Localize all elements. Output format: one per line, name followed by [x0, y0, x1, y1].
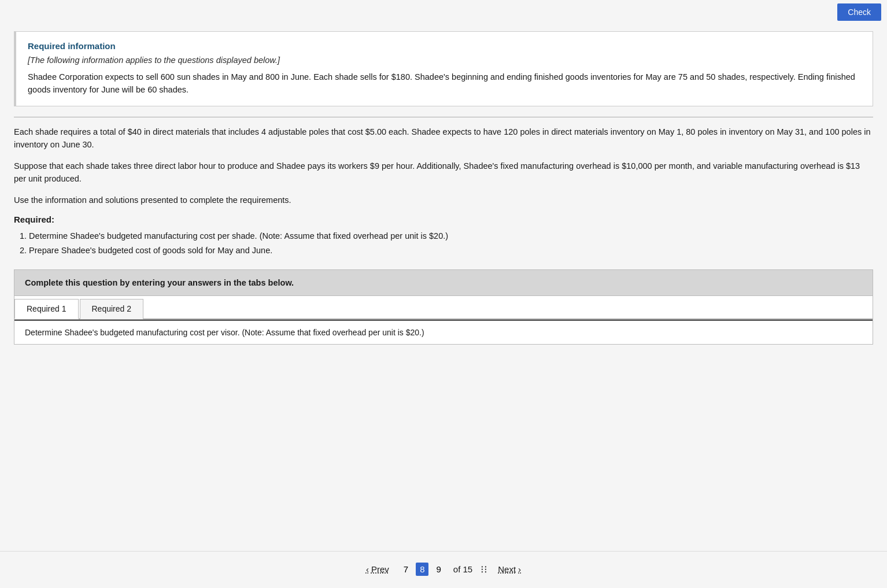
prev-chevron-icon: ‹: [366, 564, 369, 574]
page-numbers: 7 8 9: [400, 563, 445, 576]
next-button[interactable]: Next ›: [493, 562, 526, 576]
tab-required-1[interactable]: Required 1: [14, 299, 79, 319]
page-container: Check Required information [The followin…: [0, 0, 887, 588]
paragraph-3: Use the information and solutions presen…: [14, 194, 873, 206]
of-total: of 15: [453, 564, 472, 574]
requirements-list: 1. Determine Shadee's budgeted manufactu…: [14, 229, 873, 257]
complete-box-text: Complete this question by entering your …: [25, 278, 294, 287]
page-7-button[interactable]: 7: [400, 563, 412, 576]
divider-1: [14, 117, 873, 117]
main-content: Required information [The following info…: [0, 21, 887, 551]
next-chevron-icon: ›: [518, 564, 521, 574]
required-info-title: Required information: [28, 41, 861, 51]
required-info-box: Required information [The following info…: [14, 31, 873, 106]
required-label: Required:: [14, 215, 873, 224]
prev-label: Prev: [371, 564, 389, 574]
top-bar: Check: [0, 0, 887, 21]
requirement-2: 2. Prepare Shadee's budgeted cost of goo…: [20, 243, 873, 258]
bottom-nav: ‹ Prev 7 8 9 of 15 ⁝⁝ Next ›: [0, 551, 887, 588]
check-button[interactable]: Check: [837, 3, 881, 21]
prev-button[interactable]: ‹ Prev: [361, 562, 394, 576]
complete-box: Complete this question by entering your …: [14, 269, 873, 296]
required-info-body: Shadee Corporation expects to sell 600 s…: [28, 71, 861, 97]
tab-required-2[interactable]: Required 2: [80, 299, 144, 319]
italic-note: [The following information applies to th…: [28, 56, 861, 65]
tabs-container: Required 1 Required 2 Determine Shadee's…: [14, 296, 873, 345]
page-8-button[interactable]: 8: [416, 563, 428, 576]
tabs-row: Required 1 Required 2: [14, 296, 873, 320]
paragraph-1: Each shade requires a total of $40 in di…: [14, 125, 873, 151]
tab-content: Determine Shadee's budgeted manufacturin…: [14, 320, 873, 344]
paragraph-2: Suppose that each shade takes three dire…: [14, 160, 873, 186]
requirement-1: 1. Determine Shadee's budgeted manufactu…: [20, 229, 873, 243]
grid-icon[interactable]: ⁝⁝: [481, 563, 487, 576]
next-label: Next: [498, 564, 516, 574]
page-9-button[interactable]: 9: [432, 563, 445, 576]
